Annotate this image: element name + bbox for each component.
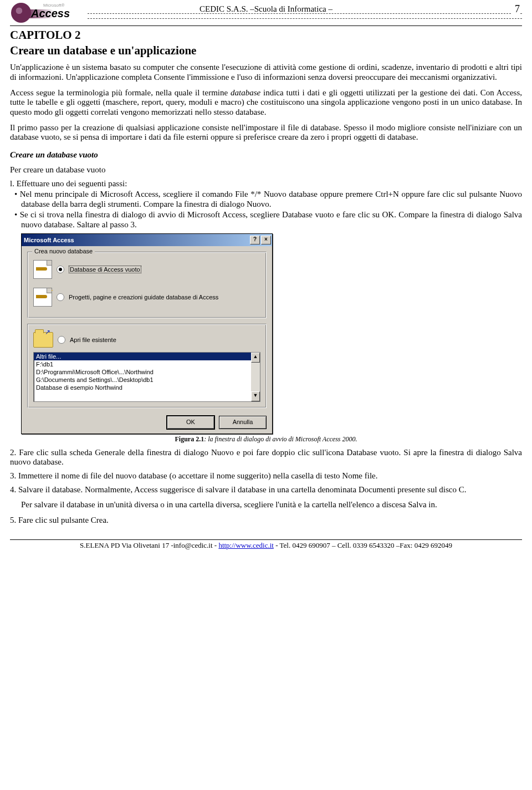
radio-wizard[interactable] bbox=[57, 293, 64, 301]
list-item[interactable]: F:\db1 bbox=[34, 360, 251, 368]
radio-blank-db[interactable] bbox=[57, 266, 64, 273]
paragraph-2: Access segue la terminologia più formale… bbox=[10, 88, 522, 118]
list-item[interactable]: Database di esempio Northwind bbox=[34, 384, 251, 391]
section-subhead: Creare un database vuoto bbox=[10, 150, 522, 160]
step-5: 5. Fare clic sul pulsante Crea. bbox=[10, 516, 522, 525]
blank-db-icon bbox=[33, 260, 52, 279]
paragraph-3: Il primo passo per la creazione di quals… bbox=[10, 123, 522, 142]
list-item[interactable]: D:\Programmi\Microsoft Office\...\Northw… bbox=[34, 368, 251, 376]
step-3: 3. Immettere il nome di file del nuovo d… bbox=[10, 471, 522, 481]
recent-files-listbox[interactable]: Altri file... F:\db1 D:\Programmi\Micros… bbox=[33, 352, 260, 402]
list-item[interactable]: Altri file... bbox=[34, 353, 251, 360]
wizard-db-icon: ✦ bbox=[33, 288, 52, 307]
close-button[interactable]: × bbox=[261, 236, 271, 244]
cancel-button[interactable]: Annulla bbox=[219, 416, 267, 429]
footer-link[interactable]: http://www.cedic.it bbox=[218, 541, 274, 549]
step-1: l. Effettuare uno dei seguenti passi: bbox=[10, 179, 522, 188]
chapter-number: CAPITOLO 2 bbox=[10, 28, 522, 42]
header-dashed-rule bbox=[88, 13, 522, 19]
step-4: 4. Salvare il database. Normalmente, Acc… bbox=[10, 485, 522, 495]
ok-button[interactable]: OK bbox=[167, 416, 214, 429]
radio-open-existing-label: Apri file esistente bbox=[70, 337, 116, 343]
chapter-title: Creare un database e un'applicazione bbox=[10, 44, 522, 57]
list-intro: Per creare un database vuoto bbox=[10, 165, 522, 175]
list-item[interactable]: G:\Documents and Settings\...\Desktop\db… bbox=[34, 376, 251, 384]
open-folder-icon: ↗ bbox=[33, 332, 53, 348]
radio-wizard-label: Progetti, pagine e creazioni guidate dat… bbox=[69, 294, 218, 300]
page-footer: S.ELENA PD Via Olivetani 17 -info@cedic.… bbox=[10, 539, 522, 550]
dialog-titlebar[interactable]: Microsoft Access ? × bbox=[22, 234, 272, 246]
scroll-up-icon[interactable]: ▲ bbox=[251, 353, 260, 363]
radio-blank-db-label: Database di Access vuoto bbox=[69, 266, 141, 273]
group-create-new: Crea nuovo database Database di Access v… bbox=[27, 252, 267, 318]
step-1-bullet-1: Nel menu principale di Microsoft Access,… bbox=[21, 190, 522, 209]
dialog-title: Microsoft Access bbox=[24, 237, 74, 243]
group-open-existing: ↗ Apri file esistente Altri file... F:\d… bbox=[27, 324, 267, 408]
listbox-scrollbar[interactable]: ▲ ▼ bbox=[251, 353, 260, 401]
access-startup-dialog: Microsoft Access ? × Crea nuovo database… bbox=[21, 233, 273, 434]
step-2: 2. Fare clic sulla scheda Generale della… bbox=[10, 448, 522, 467]
scroll-down-icon[interactable]: ▼ bbox=[251, 391, 260, 401]
figure-caption: Figura 2.1: la finestra di dialogo di av… bbox=[10, 435, 522, 444]
help-button[interactable]: ? bbox=[250, 236, 260, 244]
paragraph-1: Un'applicazione è un sistema basato su c… bbox=[10, 63, 522, 82]
header-center: CEDIC S.A.S. –Scuola di Informatica – bbox=[10, 3, 522, 14]
group-create-legend: Crea nuovo database bbox=[32, 248, 95, 254]
option-open-existing-row[interactable]: ↗ Apri file esistente bbox=[33, 330, 260, 349]
step-1-bullet-2: Se ci si trova nella finestra di dialogo… bbox=[21, 210, 522, 230]
page-number: 7 bbox=[511, 3, 520, 15]
page-header: Microsoft® Access CEDIC S.A.S. –Scuola d… bbox=[10, 3, 522, 26]
step-4-note: Per salvare il database in un'unità dive… bbox=[21, 500, 522, 510]
option-wizard-row[interactable]: ✦ Progetti, pagine e creazioni guidate d… bbox=[33, 284, 260, 312]
option-blank-db-row[interactable]: Database di Access vuoto bbox=[33, 258, 260, 284]
radio-open-existing[interactable] bbox=[58, 336, 65, 344]
